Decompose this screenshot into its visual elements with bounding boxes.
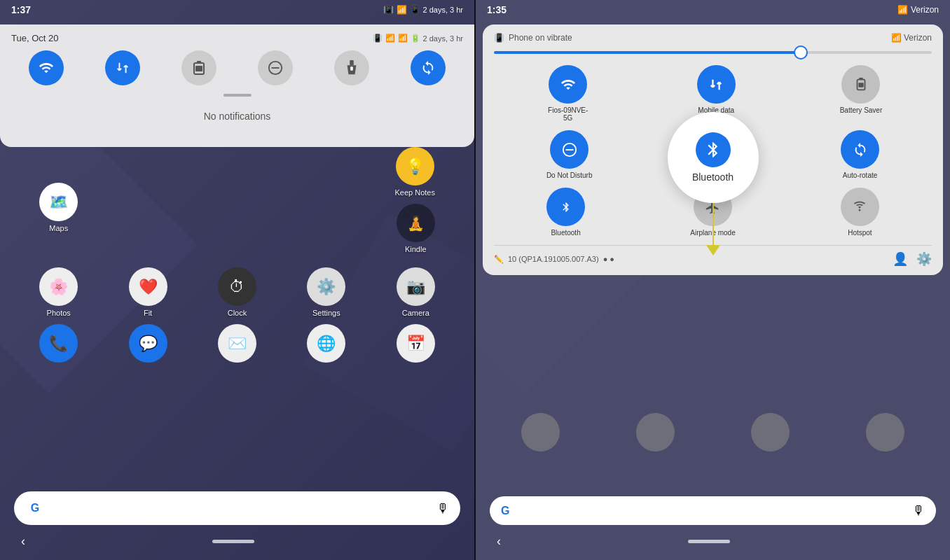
qs-dnd-label: Do Not Disturb (546, 172, 593, 179)
bottom-app-3 (751, 413, 790, 451)
settings-footer-icon[interactable]: ⚙️ (916, 251, 932, 267)
quick-tile-sync[interactable] (105, 50, 140, 85)
status-icons-left: 📳 📶 📱 2 days, 3 hr (383, 5, 463, 15)
maps-label: Maps (49, 224, 68, 232)
back-chevron-left[interactable]: ‹ (21, 534, 25, 549)
account-icon[interactable]: 👤 (893, 251, 908, 267)
app-gmail[interactable]: ✉️ (218, 324, 256, 363)
qs-bluetooth-label: Bluetooth (551, 229, 580, 237)
qs-tile-dnd[interactable]: Do Not Disturb (546, 130, 593, 179)
fit-emoji: ❤️ (139, 278, 158, 296)
qs-dnd-icon-circle (550, 130, 588, 169)
panel-vibrate-icon: 📳 (373, 34, 383, 43)
carrier-label: Verizon (911, 5, 939, 15)
photos-label: Photos (47, 309, 71, 317)
camera-icon: 📷 (397, 267, 435, 306)
quick-tile-dnd[interactable] (258, 50, 293, 85)
app-row-2: 🌸 Photos ❤️ Fit ⏱ Clock ⚙️ Setti (14, 267, 460, 317)
qs-tile-bluetooth[interactable]: Bluetooth (546, 188, 585, 237)
nav-pill-right[interactable] (688, 540, 730, 543)
keep-emoji: 💡 (406, 158, 425, 176)
panel-date: Tue, Oct 20 (11, 33, 58, 43)
edit-icon: ✏️ (494, 255, 504, 264)
clock-emoji: ⏱ (229, 278, 245, 296)
bluetooth-popup-label: Bluetooth (692, 172, 734, 183)
svg-rect-9 (859, 77, 863, 79)
svg-rect-10 (858, 83, 863, 87)
right-phone-screen: 1:35 📶 Verizon 📳 Phone on vibrate 📶 Veri… (476, 0, 950, 560)
nav-bar-left: ‹ (0, 528, 474, 560)
left-phone-screen: 1:37 📳 📶 📱 2 days, 3 hr Tue, Oct 20 📳 📶 … (0, 0, 474, 560)
settings-label: Settings (312, 309, 340, 317)
app-chrome[interactable]: 🌐 (307, 324, 345, 363)
app-maps[interactable]: 🗺️ Maps (39, 183, 78, 232)
calendar-icon: 📅 (397, 324, 435, 363)
bluetooth-popup-icon (696, 132, 731, 167)
app-settings[interactable]: ⚙️ Settings (307, 267, 345, 317)
app-messages[interactable]: 💬 (129, 324, 167, 363)
vibrate-qs-icon: 📳 (494, 33, 504, 43)
gmail-emoji: ✉️ (228, 335, 247, 353)
quick-tile-flashlight[interactable] (334, 50, 369, 85)
bottom-app-4 (866, 413, 904, 451)
fit-icon: ❤️ (129, 267, 167, 306)
qs-bluetooth-icon-circle (546, 188, 585, 226)
svg-rect-1 (197, 61, 201, 63)
chrome-icon: 🌐 (307, 324, 345, 363)
phone-emoji: 📞 (49, 335, 68, 353)
quick-tile-wifi[interactable] (29, 50, 64, 85)
chrome-emoji: 🌐 (317, 335, 336, 353)
svg-marker-17 (706, 245, 720, 255)
qs-tile-wifi[interactable]: Fios-09NVE-5G (544, 65, 593, 122)
wifi-status-icon: 📶 (397, 5, 407, 15)
quick-tile-battery[interactable] (181, 50, 216, 85)
mic-icon-left: 🎙 (436, 501, 449, 516)
qs-autorotate-label: Auto-rotate (843, 172, 877, 179)
status-bar-left: 1:37 📳 📶 📱 2 days, 3 hr (0, 0, 474, 20)
maps-emoji: 🗺️ (49, 193, 68, 211)
keep-label: Keep Notes (395, 188, 435, 197)
app-fit[interactable]: ❤️ Fit (129, 267, 167, 317)
camera-label: Camera (402, 309, 429, 317)
search-bar-left[interactable]: G 🎙 (14, 491, 460, 525)
camera-emoji: 📷 (406, 278, 425, 296)
qs-wifi-label: Fios-09NVE-5G (544, 106, 593, 122)
qs-phone-status: 📳 Phone on vibrate (494, 33, 572, 43)
nav-bar-right: ‹ (476, 528, 950, 560)
panel-wifi-icon: 📶 (385, 34, 395, 43)
kindle-icon: 🧘 (397, 204, 435, 242)
settings-icon: ⚙️ (307, 267, 345, 306)
panel-status-right: 📳 📶 📶 🔋 2 days, 3 hr (373, 34, 463, 43)
app-row-3: 📞 💬 ✉️ 🌐 📅 (14, 324, 460, 363)
qs-tile-autorotate[interactable]: Auto-rotate (841, 130, 879, 179)
brightness-thumb[interactable] (794, 46, 808, 59)
app-kindle[interactable]: 🧘 Kindle (397, 204, 435, 253)
gmail-icon: ✉️ (218, 324, 256, 363)
svg-rect-12 (565, 149, 573, 150)
dots-indicator: ● ● (603, 255, 614, 263)
no-notifications-text: No notifications (11, 97, 463, 136)
app-row-maps: 🗺️ Maps 🧘 Kindle (14, 162, 460, 253)
svg-rect-4 (271, 67, 279, 69)
quick-tile-rotate[interactable] (411, 50, 446, 85)
app-camera[interactable]: 📷 Camera (397, 267, 435, 317)
app-phone[interactable]: 📞 (39, 324, 78, 363)
photos-emoji: 🌸 (49, 278, 68, 296)
bottom-app-2 (636, 413, 675, 451)
app-keep-right[interactable]: 💡 Keep Notes (395, 147, 435, 197)
nav-pill-left[interactable] (212, 540, 254, 543)
brightness-slider[interactable] (494, 51, 932, 54)
version-text: 10 (QP1A.191005.007.A3) (508, 255, 599, 263)
app-clock[interactable]: ⏱ Clock (218, 267, 256, 317)
app-calendar[interactable]: 📅 (397, 324, 435, 363)
qs-tile-battery-saver[interactable]: Battery Saver (840, 65, 883, 122)
google-logo-right: G (501, 505, 509, 517)
back-chevron-right[interactable]: ‹ (497, 534, 501, 549)
time-right: 1:35 (487, 4, 507, 15)
carrier-qs-text: Verizon (904, 33, 932, 43)
photos-icon: 🌸 (39, 267, 78, 306)
qs-tile-hotspot[interactable]: Hotspot (841, 188, 879, 237)
search-bar-right[interactable]: G 🎙 (490, 496, 936, 525)
battery-text-left: 2 days, 3 hr (423, 6, 463, 14)
app-photos[interactable]: 🌸 Photos (39, 267, 78, 317)
